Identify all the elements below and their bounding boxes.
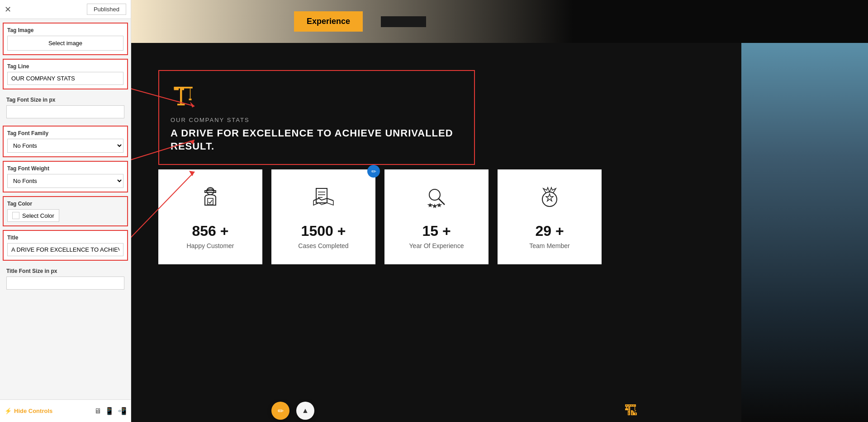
hide-controls-button[interactable]: ⚡ Hide Controls — [5, 408, 52, 414]
stat-label-year-experience: Year Of Experience — [409, 242, 464, 249]
tag-font-size-label: Tag Font Size in px — [6, 97, 124, 103]
stat-number-happy-customer: 856 + — [192, 223, 229, 239]
preview-title: A DRIVE FOR EXCELLENCE TO ACHIEVE UNRIVA… — [171, 127, 463, 153]
crane-icon — [171, 80, 463, 112]
stat-number-year-experience: 15 + — [422, 223, 451, 239]
tag-line-input[interactable] — [7, 72, 123, 85]
svg-rect-2 — [180, 87, 184, 90]
dark-button — [381, 16, 426, 27]
select-image-button[interactable]: Select image — [7, 36, 123, 51]
mobile-icon[interactable]: 📲 — [118, 407, 127, 415]
tag-font-weight-label: Tag Font Weight — [7, 165, 123, 172]
stat-card-happy-customer: 856 + Happy Customer — [158, 169, 262, 264]
tag-color-label: Tag Color — [7, 201, 123, 207]
stats-section: OUR COMPANY STATS A DRIVE FOR EXCELLENCE… — [131, 43, 868, 422]
title-font-size-input[interactable] — [6, 277, 124, 290]
svg-rect-6 — [174, 88, 179, 90]
medal-icon — [536, 185, 563, 217]
hide-controls-label: Hide Controls — [14, 408, 52, 414]
stats-cards: 856 + Happy Customer ✏ — [158, 169, 602, 264]
main-content: Experience — [131, 0, 868, 422]
svg-rect-5 — [177, 104, 185, 106]
tag-font-family-section: Tag Font Family No Fonts Arial Helvetica… — [3, 126, 128, 157]
bottom-controls: ✏ ▲ 🏗 🛒 0 — [262, 399, 868, 422]
tag-color-section: Tag Color Select Color — [3, 196, 128, 226]
panel-header: ✕ Published — [0, 0, 131, 19]
award-icon — [423, 185, 450, 217]
tag-font-size-section: Tag Font Size in px — [3, 93, 128, 122]
construction-image — [741, 43, 868, 422]
construction-bg — [741, 43, 868, 422]
svg-rect-10 — [316, 188, 327, 203]
floating-edit-button[interactable]: ✏ — [271, 402, 289, 420]
tag-font-weight-section: Tag Font Weight No Fonts 100 300 400 600… — [3, 161, 128, 192]
stat-label-cases-completed: Cases Completed — [298, 242, 348, 249]
title-section: Title — [3, 230, 128, 261]
title-label: Title — [7, 234, 123, 241]
handshake-icon — [310, 185, 337, 217]
hide-controls-icon: ⚡ — [5, 408, 12, 414]
title-font-size-label: Title Font Size in px — [6, 268, 124, 274]
panel-bottom-bar: ⚡ Hide Controls 🖥 📱 📲 — [0, 399, 131, 422]
tablet-icon[interactable]: 📱 — [105, 407, 114, 415]
stat-label-team-member: Team Member — [529, 242, 569, 249]
svg-rect-4 — [189, 98, 192, 100]
title-input[interactable] — [7, 243, 123, 256]
top-strip: Experience — [131, 0, 868, 43]
tag-font-weight-select[interactable]: No Fonts 100 300 400 600 700 900 — [7, 174, 123, 188]
stat-number-cases-completed: 1500 + — [301, 223, 346, 239]
bottom-crane-icon: 🏗 — [624, 403, 638, 418]
experience-badge: Experience — [294, 11, 363, 32]
crane-decoration-icon: 🏗 — [624, 403, 638, 418]
svg-line-15 — [439, 199, 445, 205]
svg-rect-9 — [208, 198, 213, 205]
close-button[interactable]: ✕ — [5, 5, 11, 14]
select-color-button[interactable]: Select Color — [7, 209, 59, 222]
stat-number-team-member: 29 + — [535, 223, 564, 239]
published-button[interactable]: Published — [87, 4, 126, 15]
stat-card-team-member: 29 + Team Member — [498, 169, 602, 264]
tag-line-section: Tag Line — [3, 59, 128, 89]
tag-font-family-select[interactable]: No Fonts Arial Helvetica Times New Roman… — [7, 139, 123, 153]
tag-image-section: Tag Image Select image — [3, 23, 128, 55]
stat-label-happy-customer: Happy Customer — [186, 242, 234, 249]
tag-font-family-label: Tag Font Family — [7, 130, 123, 136]
title-font-size-section: Title Font Size in px — [3, 264, 128, 293]
left-panel: ✕ Published Tag Image Select image Tag L… — [0, 0, 131, 422]
stat-card-year-experience: 15 + Year Of Experience — [384, 169, 489, 264]
tag-font-size-input[interactable] — [6, 105, 124, 118]
worker-icon — [197, 185, 224, 217]
tag-image-label: Tag Image — [7, 27, 123, 33]
color-swatch — [12, 212, 19, 219]
desktop-icon[interactable]: 🖥 — [94, 407, 101, 415]
device-icons: 🖥 📱 📲 — [94, 407, 127, 415]
edit-badge-cases[interactable]: ✏ — [367, 165, 380, 178]
tag-box: OUR COMPANY STATS A DRIVE FOR EXCELLENCE… — [158, 70, 475, 165]
svg-rect-0 — [180, 89, 182, 104]
floating-up-button[interactable]: ▲ — [296, 402, 314, 420]
preview-tag-line: OUR COMPANY STATS — [171, 117, 463, 123]
svg-point-14 — [429, 189, 440, 200]
stat-card-cases-completed: ✏ 1500 + Cases Completed — [271, 169, 375, 264]
select-color-label: Select Color — [22, 212, 54, 219]
tag-line-label: Tag Line — [7, 63, 123, 70]
